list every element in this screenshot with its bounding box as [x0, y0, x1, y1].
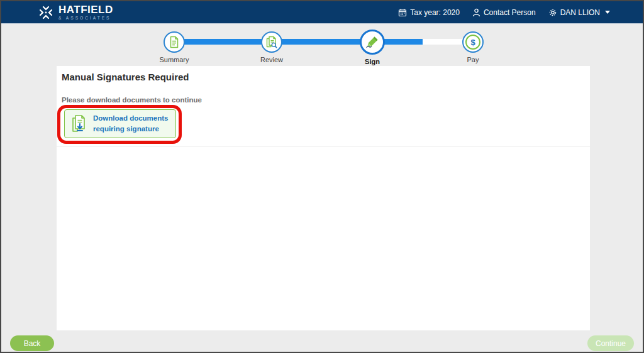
- instruction-text: Please download documents to continue: [62, 96, 202, 104]
- section-divider: [57, 146, 590, 147]
- pay-dollar-icon: $: [465, 35, 480, 50]
- sign-pen-icon: [365, 35, 379, 49]
- continue-button[interactable]: Continue: [587, 335, 634, 351]
- step-label-summary: Summary: [159, 56, 189, 63]
- step-review[interactable]: Review: [243, 31, 300, 63]
- page-title: Manual Signatures Required: [62, 72, 189, 82]
- review-document-search-icon: [265, 36, 278, 48]
- step-sign[interactable]: Sign: [344, 30, 401, 65]
- app-window: HATFIELD & ASSOCIATES Tax year: 2020: [0, 0, 644, 353]
- step-label-sign: Sign: [365, 58, 380, 65]
- step-label-pay: Pay: [467, 56, 479, 63]
- download-button-label-line1: Download documents: [93, 114, 168, 122]
- download-documents-button[interactable]: Download documents requiring signature: [64, 109, 176, 138]
- download-document-icon: [71, 114, 87, 133]
- step-pay[interactable]: $ Pay: [445, 31, 501, 63]
- wizard-stepper: Summary Review: [1, 1, 643, 64]
- summary-document-icon: [169, 36, 180, 48]
- download-button-label-line2: requiring signature: [93, 125, 159, 133]
- step-summary[interactable]: Summary: [146, 31, 203, 63]
- content-card: Manual Signatures Required Please downlo…: [57, 66, 590, 330]
- back-button[interactable]: Back: [10, 335, 54, 351]
- step-label-review: Review: [260, 56, 283, 63]
